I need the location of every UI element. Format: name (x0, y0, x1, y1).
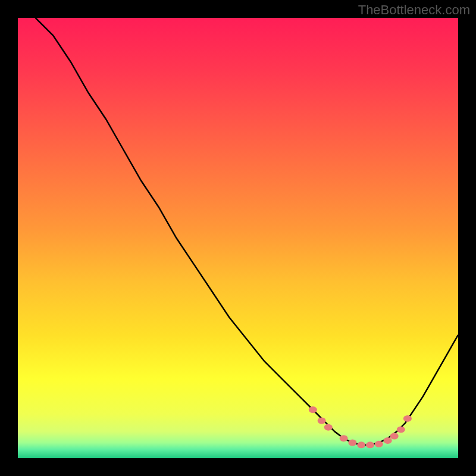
bottleneck-curve-line (36, 18, 458, 445)
curve-marker (366, 441, 374, 448)
curve-marker (384, 437, 392, 444)
curve-marker (357, 441, 365, 448)
curve-marker (397, 426, 405, 433)
curve-marker (340, 435, 348, 441)
chart-plot-area (18, 18, 458, 458)
curve-marker (375, 441, 383, 447)
attribution-text: TheBottleneck.com (358, 2, 470, 18)
curve-marker (390, 433, 399, 440)
curve-marker (324, 424, 333, 431)
curve-marker (309, 406, 317, 413)
curve-marker (348, 440, 356, 446)
curve-marker (318, 418, 326, 424)
chart-curve-layer (18, 18, 458, 458)
curve-marker (403, 415, 412, 422)
curve-markers (309, 406, 412, 448)
